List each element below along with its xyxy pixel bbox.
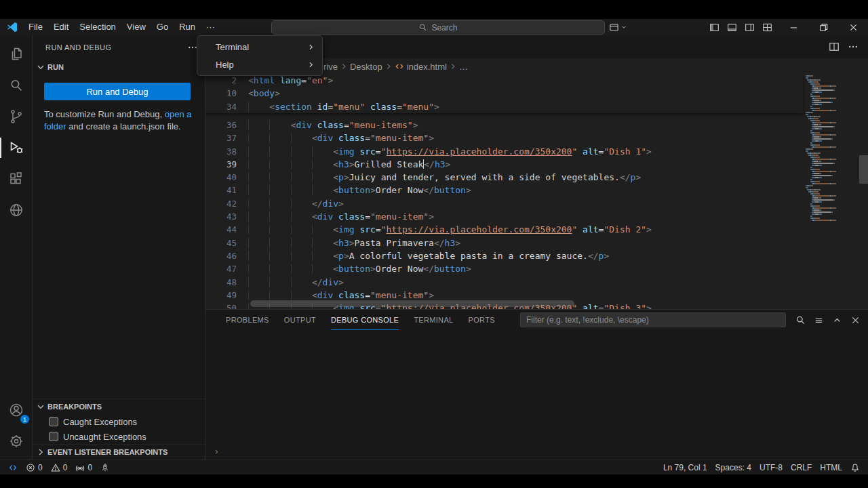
menu-more[interactable]: ··· <box>201 20 220 34</box>
find-button[interactable] <box>793 312 808 327</box>
line-number[interactable]: 44 <box>205 223 248 236</box>
menu-edit[interactable]: Edit <box>48 20 74 34</box>
line-number[interactable]: 39 <box>205 158 248 171</box>
status-cursor-position[interactable]: Ln 79, Col 1 <box>659 460 711 475</box>
run-and-debug-button[interactable]: Run and Debug <box>44 83 191 100</box>
panel-filter-input[interactable] <box>520 312 786 327</box>
panel-tab-ports[interactable]: PORTS <box>469 310 495 330</box>
toggle-primary-sidebar-button[interactable] <box>705 19 723 35</box>
code-line[interactable]: 34 <section id="menu" class="menu"> <box>205 100 803 113</box>
customize-layout-button[interactable] <box>758 19 776 35</box>
activity-search[interactable] <box>0 70 32 101</box>
code-line[interactable]: 46 <p>A colorful vegetable pasta in a cr… <box>205 249 803 262</box>
activity-explorer[interactable] <box>0 39 32 70</box>
line-number[interactable]: 41 <box>205 184 248 197</box>
line-number[interactable]: 10 <box>205 87 248 100</box>
line-number[interactable]: 43 <box>205 210 248 223</box>
event-listener-breakpoints-header[interactable]: EVENT LISTENER BREAKPOINTS <box>33 444 205 460</box>
editor-split-editor-button[interactable] <box>829 41 840 52</box>
breadcrumb-item-Desktop[interactable]: Desktop <box>349 62 384 72</box>
code-line[interactable]: 42 </div> <box>205 197 803 210</box>
horizontal-scrollbar[interactable] <box>250 300 574 307</box>
checkbox[interactable] <box>49 432 58 441</box>
breakpoint-item[interactable]: Uncaught Exceptions <box>33 429 205 444</box>
code-editor[interactable]: 2<html lang="en">10<body>34 <section id=… <box>205 74 868 309</box>
line-number[interactable]: 40 <box>205 171 248 184</box>
minimap[interactable] <box>806 75 859 309</box>
menu-selection[interactable]: Selection <box>74 20 121 34</box>
menu-item-terminal[interactable]: Terminal <box>197 38 322 56</box>
status-end-of-line[interactable]: CRLF <box>787 460 816 475</box>
toggle-secondary-sidebar-button[interactable] <box>741 19 758 35</box>
menu-go[interactable]: Go <box>151 20 174 34</box>
code-line[interactable]: 37 <div class="menu-item"> <box>205 131 803 144</box>
search-icon <box>418 23 427 32</box>
panel-tab-terminal[interactable]: TERMINAL <box>414 310 453 330</box>
code-line[interactable]: 43 <div class="menu-item"> <box>205 210 803 223</box>
line-number[interactable]: 42 <box>205 197 248 210</box>
code-line[interactable]: 38 <img src="https://via.placeholder.com… <box>205 145 803 158</box>
search-box[interactable]: Search <box>271 20 605 35</box>
layout-control-dropdown[interactable] <box>609 20 627 34</box>
line-number[interactable]: 46 <box>205 249 248 262</box>
line-number[interactable]: 34 <box>205 100 248 113</box>
menu-file[interactable]: File <box>23 20 48 34</box>
status-notifications[interactable] <box>846 460 864 475</box>
status-warnings-count[interactable]: 0 <box>47 460 72 475</box>
code-line[interactable]: 41 <button>Order Now</button> <box>205 184 803 197</box>
breadcrumb-item-rive[interactable]: rive <box>322 62 339 72</box>
line-number[interactable]: 48 <box>205 276 248 289</box>
output-actions-button[interactable] <box>811 312 826 327</box>
activity-settings[interactable] <box>0 426 32 457</box>
code-line[interactable]: 10<body> <box>205 87 803 100</box>
maximize-panel-button[interactable] <box>829 312 844 327</box>
debug-console[interactable]: › <box>205 330 868 460</box>
menu-item-help[interactable]: Help <box>197 56 322 73</box>
code-line[interactable]: 47 <button>Order Now</button> <box>205 262 803 275</box>
line-number[interactable]: 36 <box>205 119 248 131</box>
status-launch-status[interactable] <box>96 460 114 475</box>
code-line[interactable]: 40 <p>Juicy and tender, served with a si… <box>205 171 803 184</box>
status-indentation[interactable]: Spaces: 4 <box>711 460 755 475</box>
line-number[interactable]: 38 <box>205 145 248 158</box>
status-remote-indicator[interactable] <box>4 460 22 475</box>
code-line[interactable]: 45 <h3>Pasta Primavera</h3> <box>205 237 803 249</box>
panel-tab-debug-console[interactable]: DEBUG CONSOLE <box>331 310 399 330</box>
status-language-mode[interactable]: HTML <box>816 460 846 475</box>
line-number[interactable]: 37 <box>205 131 248 144</box>
code-line[interactable]: 36 <div class="menu-items"> <box>205 119 803 131</box>
activity-extensions[interactable] <box>0 163 32 195</box>
menu-view[interactable]: View <box>121 20 151 34</box>
activity-accounts[interactable]: 1 <box>0 394 32 426</box>
restore-button[interactable] <box>808 19 838 35</box>
panel-tab-problems[interactable]: PROBLEMS <box>226 310 269 330</box>
activity-browser-preview[interactable] <box>0 195 32 226</box>
activity-run-and-debug[interactable] <box>0 132 32 163</box>
close-panel-button[interactable] <box>848 312 863 327</box>
panel-tab-output[interactable]: OUTPUT <box>284 310 316 330</box>
breadcrumb-item-indexhtml[interactable]: index.html <box>393 62 448 72</box>
code-line[interactable]: 44 <img src="https://via.placeholder.com… <box>205 223 803 236</box>
editor-more-actions-button[interactable] <box>848 41 859 52</box>
debug-console-prompt[interactable]: › <box>214 446 219 457</box>
line-number[interactable]: 47 <box>205 262 248 275</box>
line-number[interactable]: 50 <box>205 302 248 309</box>
line-number[interactable]: 45 <box>205 237 248 249</box>
run-section-header[interactable]: RUN <box>33 60 205 75</box>
status-forwarded-ports[interactable]: 0 <box>71 460 96 475</box>
code-line[interactable]: 48 </div> <box>205 276 803 289</box>
status-encoding[interactable]: UTF-8 <box>755 460 787 475</box>
status-errors-count[interactable]: 0 <box>22 460 47 475</box>
toggle-panel-button[interactable] <box>723 19 741 35</box>
activity-source-control[interactable] <box>0 101 32 132</box>
close-button[interactable] <box>838 19 868 35</box>
line-number[interactable]: 49 <box>205 289 248 302</box>
menu-run[interactable]: Run <box>174 20 201 34</box>
checkbox[interactable] <box>49 417 58 426</box>
breadcrumb-item-more[interactable]: … <box>458 62 469 72</box>
minimize-button[interactable] <box>778 19 808 35</box>
breakpoints-section-header[interactable]: BREAKPOINTS <box>33 399 205 414</box>
code-line[interactable]: 39 <h3>Grilled Steak</h3> <box>205 158 803 171</box>
vertical-scrollbar[interactable] <box>859 155 868 184</box>
breakpoint-item[interactable]: Caught Exceptions <box>33 414 205 429</box>
